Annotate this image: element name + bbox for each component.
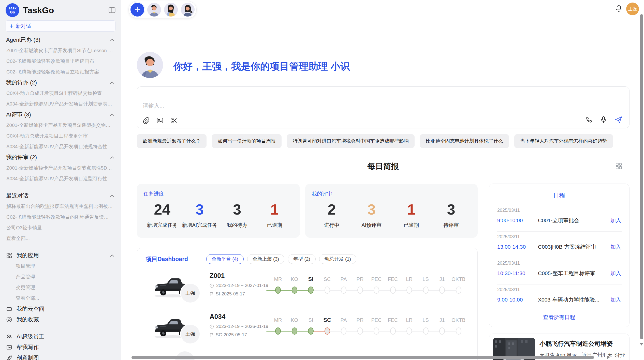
task-progress-card: 任务进度 24新增完成任务3新增AI完成任务3我的待办1已逾期 [137,184,300,238]
milestone-dot[interactable] [456,287,461,294]
event-name: X003-车辆动力学性能验... [538,296,610,303]
sidebar-item-ai-staff[interactable]: AI超级员工 [0,331,121,342]
scroll-down-arrow[interactable] [639,343,643,346]
join-button[interactable]: 加入 [610,296,621,303]
image-icon[interactable] [156,117,164,124]
stat-value: 3 [431,198,471,221]
app-submenu-item[interactable]: 查看全部... [0,293,121,304]
sidebar-item[interactable]: A034-全新新能源MUV产品开发项目计划变更表编写 [0,99,121,109]
milestone-dot[interactable] [374,287,379,294]
sidebar-item[interactable]: A034-全新新能源MUV产品开发项目造型可行性评审 [0,173,121,184]
milestone-dot[interactable] [325,287,330,294]
ai-staff-label: AI超级员工 [17,333,114,340]
sidebar-item[interactable]: Z001-全新燃油轻卡产品开发项目SI节点属性5D文件评审 [0,163,121,173]
join-button[interactable]: 加入 [610,243,621,250]
event-time: 9:00-10:00 [497,217,538,223]
dashboard-tab[interactable]: 年型 (2) [288,254,316,264]
suggestion-chip[interactable]: 如何写一份清晰的项目周报 [212,134,282,148]
dashboard-tab[interactable]: 全新上装 (3) [247,254,285,264]
event-name: C003|H0B-方案冻结评审 [538,243,610,250]
sidebar-item-my-apps[interactable]: 我的应用 [0,250,121,261]
chat-input[interactable] [143,102,499,109]
app-submenu-item[interactable]: 项目管理 [0,261,121,272]
scroll-right-arrow[interactable] [607,356,610,359]
app-submenu-item[interactable]: 变更管理 [0,282,121,293]
sidebar-item[interactable]: Z001-全新燃油皮卡产品开发项目SI节点Lesson Learn报告 [0,45,121,56]
suggestion-chip[interactable]: 欧洲新规最近颁布了什么？ [137,134,207,148]
dashboard-tabs: 全新平台 (4)全新上装 (3)年型 (2)动总开发 (1) [206,254,356,264]
sidebar-section-header[interactable]: AI评审 (3) [0,109,121,120]
chevron-up-icon [110,194,114,197]
suggestion-chip[interactable]: 当下年轻人对汽车外观有怎样的喜好趋势 [514,134,613,148]
avatar[interactable] [147,3,161,17]
sidebar-item-cloud-space[interactable]: 我的云空间 [0,304,121,314]
milestone-dot[interactable] [439,287,445,294]
new-chat-label: 新对话 [16,23,31,29]
sidebar-item[interactable]: C02-飞腾新能源轻客改款项目立项汇报方案 [0,67,121,77]
milestone-dot[interactable] [390,327,396,335]
user-avatar[interactable]: 王强 [626,3,639,15]
dashboard-tab[interactable]: 全新平台 (4) [206,254,244,264]
sidebar-item[interactable]: C02-飞腾新能源轻客改款项目里程碑画布 [0,56,121,67]
sidebar-item-help-write[interactable]: 帮我写作 [0,342,121,353]
sidebar-item[interactable]: C0X4-动力总成开发项目工程变更评审 [0,131,121,141]
milestone-dot[interactable] [406,327,412,335]
milestone-dot[interactable] [423,327,429,335]
microphone-icon[interactable] [600,116,607,124]
milestone-dot[interactable] [275,327,281,335]
milestone-dot[interactable] [456,327,461,335]
vertical-scrollbar[interactable] [640,14,643,339]
avatar[interactable] [181,3,195,17]
new-chat-button[interactable]: + 新对话 [6,20,115,32]
view-all-conversations-link[interactable]: 查看全部... [0,233,121,244]
send-icon[interactable] [614,116,623,124]
milestone-dot[interactable] [439,327,445,335]
paperclip-icon[interactable] [143,117,149,124]
suggestion-chip[interactable]: 比亚迪全固态电池计划具体说了什么 [420,134,509,148]
sidebar-item[interactable]: A034-全新新能源MUV产品开发项目法规符合性评审 [0,141,121,152]
milestone-dot[interactable] [357,327,363,335]
recent-conversation-item[interactable]: C02-飞腾新能源轻客改款项目的闭环通告反馈情况 [0,212,121,222]
add-conversation-button[interactable] [130,3,144,17]
event-row: 9:00-10:00X003-车辆动力学性能验...加入 [497,296,621,303]
milestone-dot[interactable] [292,287,297,294]
cloud-space-label: 我的云空间 [17,305,114,313]
milestone-dot[interactable] [325,327,330,335]
avatar[interactable] [164,3,178,17]
dashboard-tab[interactable]: 动总开发 (1) [319,254,357,264]
dashboard-header: 项目Dashboard 全新平台 (4)全新上装 (3)年型 (2)动总开发 (… [146,254,356,264]
milestone-dot[interactable] [341,327,346,335]
sidebar-item[interactable]: Z001-全新燃油轻卡产品开发项目SI造型提交物评审 [0,120,121,131]
sidebar-item-favorites[interactable]: 我的收藏 [0,314,121,325]
milestone-dot[interactable] [341,287,346,294]
briefing-layout-icon[interactable] [615,162,623,170]
milestone-dot[interactable] [308,287,314,294]
sidebar-section-header[interactable]: 我的待办 (2) [0,77,121,88]
milestone-dot[interactable] [374,327,379,335]
milestone-dot[interactable] [423,287,429,294]
join-button[interactable]: 加入 [610,217,621,224]
sidebar-collapse-icon[interactable] [109,7,115,13]
phone-icon[interactable] [586,116,593,123]
sidebar-section-header[interactable]: 我的评审 (2) [0,152,121,163]
milestone-dot[interactable] [308,327,314,335]
milestone-dot[interactable] [357,287,363,294]
join-button[interactable]: 加入 [610,270,621,277]
sidebar-section-header[interactable]: Agent已办 (3) [0,35,121,45]
notifications-bell-icon[interactable] [615,5,623,13]
milestone-dot[interactable] [406,287,412,294]
scissors-icon[interactable] [171,117,178,124]
milestone-dot[interactable] [275,287,281,294]
suggestion-chip[interactable]: 特朗普可能对进口汽车增税会对中国车企造成哪些影响 [287,134,415,148]
recent-conversation-item[interactable]: 解释最新出台的欧盟报废车法规再生塑料比例被调至15%... [0,201,121,212]
sidebar-section-header[interactable]: 最近对话 [0,190,121,201]
view-all-schedule-link[interactable]: 查看所有日程 [489,314,629,321]
sidebar-item[interactable]: C0X4-动力总成开发项目SI里程碑提交物检查 [0,88,121,99]
sidebar-item-creative-draw[interactable]: 创意制图 [0,353,121,360]
milestone-dot[interactable] [390,287,396,294]
horizontal-scrollbar[interactable] [131,356,594,359]
recent-conversation-item[interactable]: 公司Q3轻卡销量 [0,222,121,233]
event-time: 9:00-10:00 [497,297,538,303]
app-submenu-item[interactable]: 产品管理 [0,272,121,282]
milestone-dot[interactable] [292,327,297,335]
